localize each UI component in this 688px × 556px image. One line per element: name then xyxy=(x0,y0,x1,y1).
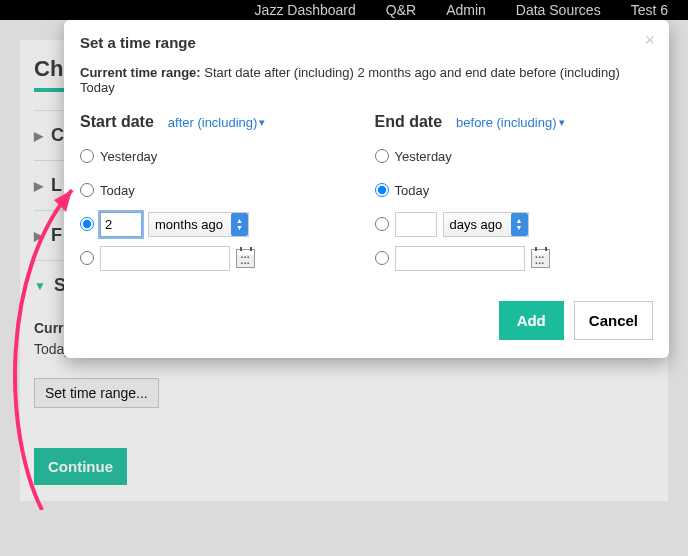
calendar-icon[interactable]: ▪▪▪▪▪▪ xyxy=(236,249,255,268)
end-yesterday-label[interactable]: Yesterday xyxy=(395,149,452,164)
end-relative-value-input[interactable] xyxy=(395,212,437,237)
calendar-icon[interactable]: ▪▪▪▪▪▪ xyxy=(531,249,550,268)
time-range-modal: × Set a time range Current time range: S… xyxy=(64,20,669,358)
start-date-column: Start date after (including) Yesterday T… xyxy=(80,113,359,279)
cancel-button[interactable]: Cancel xyxy=(574,301,653,340)
start-date-radio[interactable] xyxy=(80,251,94,265)
start-yesterday-label[interactable]: Yesterday xyxy=(100,149,157,164)
end-today-radio[interactable] xyxy=(375,183,389,197)
end-condition-dropdown[interactable]: before (including) xyxy=(456,115,564,130)
end-today-label[interactable]: Today xyxy=(395,183,430,198)
start-today-radio[interactable] xyxy=(80,183,94,197)
start-relative-radio[interactable] xyxy=(80,217,94,231)
nav-item-qr[interactable]: Q&R xyxy=(386,2,416,18)
end-date-column: End date before (including) Yesterday To… xyxy=(375,113,654,279)
modal-title: Set a time range xyxy=(80,34,653,51)
end-relative-unit-select[interactable]: days ago xyxy=(443,212,529,237)
start-relative-unit-select[interactable]: months ago xyxy=(148,212,249,237)
end-yesterday-radio[interactable] xyxy=(375,149,389,163)
nav-item-datasources[interactable]: Data Sources xyxy=(516,2,601,18)
end-date-input[interactable] xyxy=(395,246,525,271)
end-date-heading: End date xyxy=(375,113,443,131)
start-yesterday-radio[interactable] xyxy=(80,149,94,163)
close-icon[interactable]: × xyxy=(644,30,655,51)
nav-item-test[interactable]: Test 6 xyxy=(631,2,668,18)
nav-item-dashboard[interactable]: Jazz Dashboard xyxy=(255,2,356,18)
start-date-heading: Start date xyxy=(80,113,154,131)
start-relative-value-input[interactable] xyxy=(100,212,142,237)
add-button[interactable]: Add xyxy=(499,301,564,340)
start-today-label[interactable]: Today xyxy=(100,183,135,198)
modal-desc-label: Current time range: xyxy=(80,65,204,80)
modal-description: Current time range: Start date after (in… xyxy=(80,65,653,95)
top-nav: Jazz Dashboard Q&R Admin Data Sources Te… xyxy=(0,0,688,20)
start-date-input[interactable] xyxy=(100,246,230,271)
end-date-radio[interactable] xyxy=(375,251,389,265)
nav-item-admin[interactable]: Admin xyxy=(446,2,486,18)
start-condition-dropdown[interactable]: after (including) xyxy=(168,115,266,130)
end-relative-radio[interactable] xyxy=(375,217,389,231)
